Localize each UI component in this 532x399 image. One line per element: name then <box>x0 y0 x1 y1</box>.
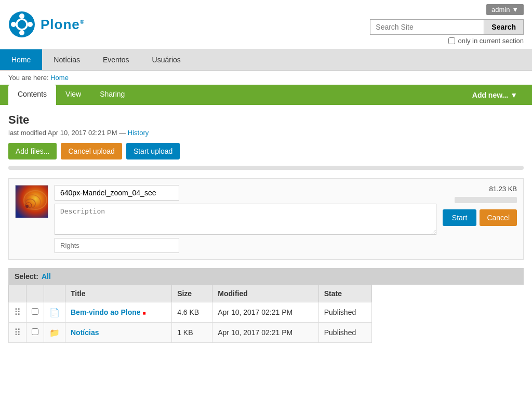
upload-progress-bar <box>8 166 524 170</box>
col-check <box>26 285 44 302</box>
rights-input[interactable] <box>55 238 179 253</box>
col-modified: Modified <box>212 285 318 302</box>
admin-bar: admin ▼ <box>486 4 524 15</box>
logo-text: Plone® <box>41 17 85 33</box>
upload-item: 81.23 KB Start Cancel <box>8 178 524 260</box>
svg-point-5 <box>28 22 33 27</box>
nav-item-home[interactable]: Home <box>0 49 42 70</box>
cancel-button[interactable]: Cancel <box>480 209 517 226</box>
nav-item-noticias[interactable]: Notícias <box>42 49 91 70</box>
svg-point-2 <box>19 14 24 19</box>
select-all-link[interactable]: All <box>42 272 51 281</box>
content-table: Title Size Modified State ⠿ 📄 Bem-vindo … <box>8 285 372 343</box>
select-bar: Select: All <box>8 268 524 285</box>
add-new-button[interactable]: Add new... ▼ <box>466 87 524 103</box>
description-textarea[interactable] <box>55 204 436 235</box>
plone-logo-icon <box>8 11 35 38</box>
row-checkbox[interactable] <box>26 302 44 323</box>
row-size: 4.6 KB <box>172 302 212 323</box>
row-checkbox[interactable] <box>26 323 44 343</box>
col-drag <box>9 285 26 302</box>
section-label: only in current section <box>458 37 524 45</box>
file-progress-bar <box>455 197 517 203</box>
content-tabs-bar: Contents View Sharing Add new... ▼ <box>0 85 532 105</box>
svg-point-4 <box>11 22 16 27</box>
upload-buttons: Add files... Cancel upload Start upload <box>8 143 524 159</box>
nav-item-usuarios[interactable]: Usuários <box>141 49 192 70</box>
cancel-upload-button[interactable]: Cancel upload <box>61 143 122 159</box>
upload-details <box>55 185 436 253</box>
tab-sharing[interactable]: Sharing <box>90 85 134 105</box>
tab-contents[interactable]: Contents <box>8 85 56 105</box>
table-row: ⠿ 📁 Notícias 1 KB Apr 10, 2017 02:21 PM … <box>9 323 372 343</box>
search-area: admin ▼ Search only in current section <box>370 4 524 45</box>
admin-button[interactable]: admin ▼ <box>486 4 524 15</box>
required-icon: ■ <box>142 310 145 316</box>
filename-input[interactable] <box>55 185 179 201</box>
section-checkbox[interactable] <box>448 37 455 44</box>
history-link[interactable]: History <box>128 129 149 137</box>
col-title: Title <box>65 285 172 302</box>
drag-handle[interactable]: ⠿ <box>9 323 26 343</box>
row-icon: 📁 <box>44 323 65 343</box>
row-icon: 📄 <box>44 302 65 323</box>
table-row: ⠿ 📄 Bem-vindo ao Plone ■ 4.6 KB Apr 10, … <box>9 302 372 323</box>
search-button[interactable]: Search <box>484 19 524 35</box>
row-state: Published <box>318 302 371 323</box>
select-label: Select: <box>15 272 38 281</box>
col-size: Size <box>172 285 212 302</box>
start-button[interactable]: Start <box>443 209 477 226</box>
row-modified: Apr 10, 2017 02:21 PM <box>212 302 318 323</box>
main-content: Site last modified Apr 10, 2017 02:21 PM… <box>0 105 532 351</box>
add-files-button[interactable]: Add files... <box>8 143 57 159</box>
row-title: Bem-vindo ao Plone ■ <box>65 302 172 323</box>
svg-rect-6 <box>16 185 48 218</box>
col-state: State <box>318 285 371 302</box>
row-title-link[interactable]: Notícias <box>71 328 99 337</box>
last-modified: last modified Apr 10, 2017 02:21 PM — Hi… <box>8 129 524 137</box>
thumbnail-image <box>16 185 48 218</box>
section-check-row: only in current section <box>448 37 524 45</box>
nav-bar: Home Notícias Eventos Usuários <box>0 49 532 71</box>
col-icon <box>44 285 65 302</box>
start-upload-button[interactable]: Start upload <box>126 143 180 159</box>
upload-right: 81.23 KB Start Cancel <box>443 185 517 226</box>
search-input[interactable] <box>370 19 484 35</box>
search-row: Search <box>370 19 524 35</box>
svg-point-3 <box>19 30 24 35</box>
row-modified: Apr 10, 2017 02:21 PM <box>212 323 318 343</box>
row-title-link[interactable]: Bem-vindo ao Plone <box>71 308 141 316</box>
tab-view[interactable]: View <box>56 85 90 105</box>
top-bar: Plone® admin ▼ Search only in current se… <box>0 0 532 49</box>
row-title: Notícias <box>65 323 172 343</box>
breadcrumb-prefix: You are here: <box>8 74 49 82</box>
row-state: Published <box>318 323 371 343</box>
breadcrumb-home[interactable]: Home <box>50 74 69 82</box>
page-title: Site <box>8 113 524 127</box>
svg-point-11 <box>25 205 29 208</box>
nav-item-eventos[interactable]: Eventos <box>91 49 141 70</box>
table-body: ⠿ 📄 Bem-vindo ao Plone ■ 4.6 KB Apr 10, … <box>9 302 372 343</box>
content-tabs: Contents View Sharing <box>8 85 134 105</box>
upload-thumbnail <box>15 185 48 218</box>
row-size: 1 KB <box>172 323 212 343</box>
logo-area: Plone® <box>8 11 85 38</box>
breadcrumb: You are here: Home <box>0 71 532 85</box>
drag-handle[interactable]: ⠿ <box>9 302 26 323</box>
file-size: 81.23 KB <box>489 185 517 193</box>
